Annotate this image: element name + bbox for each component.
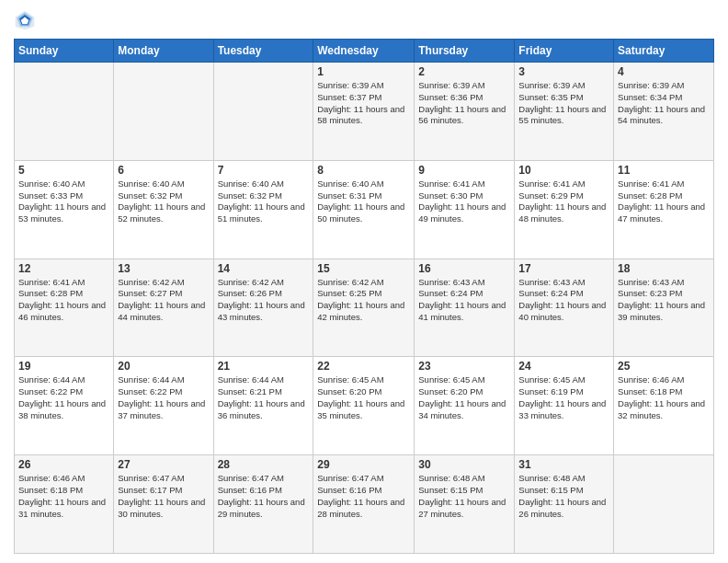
calendar-cell: 12Sunrise: 6:41 AM Sunset: 6:28 PM Dayli… [15,259,114,357]
calendar-cell [213,63,313,161]
day-number: 15 [317,262,410,275]
day-number: 2 [418,65,510,78]
day-number: 11 [618,164,710,177]
calendar-cell: 19Sunrise: 6:44 AM Sunset: 6:22 PM Dayli… [15,357,114,455]
day-info: Sunrise: 6:44 AM Sunset: 6:22 PM Dayligh… [118,374,209,421]
day-info: Sunrise: 6:41 AM Sunset: 6:30 PM Dayligh… [418,178,510,225]
day-number: 6 [118,164,209,177]
day-info: Sunrise: 6:45 AM Sunset: 6:20 PM Dayligh… [317,374,410,421]
day-info: Sunrise: 6:48 AM Sunset: 6:15 PM Dayligh… [418,473,510,520]
day-info: Sunrise: 6:47 AM Sunset: 6:16 PM Dayligh… [218,473,310,520]
day-info: Sunrise: 6:39 AM Sunset: 6:37 PM Dayligh… [317,80,410,127]
day-info: Sunrise: 6:45 AM Sunset: 6:20 PM Dayligh… [418,374,510,421]
day-info: Sunrise: 6:48 AM Sunset: 6:15 PM Dayligh… [518,473,609,520]
calendar-cell: 16Sunrise: 6:43 AM Sunset: 6:24 PM Dayli… [415,259,515,357]
day-number: 30 [418,458,510,471]
calendar-cell: 1Sunrise: 6:39 AM Sunset: 6:37 PM Daylig… [313,63,415,161]
calendar-week-row: 26Sunrise: 6:46 AM Sunset: 6:18 PM Dayli… [15,455,714,554]
calendar-cell: 4Sunrise: 6:39 AM Sunset: 6:34 PM Daylig… [614,63,714,161]
logo-icon [14,9,36,31]
day-number: 24 [518,360,609,373]
day-info: Sunrise: 6:43 AM Sunset: 6:24 PM Dayligh… [518,277,609,324]
day-number: 23 [418,360,510,373]
weekday-header: Sunday [15,40,114,63]
calendar-week-row: 19Sunrise: 6:44 AM Sunset: 6:22 PM Dayli… [15,357,714,455]
day-number: 31 [518,458,609,471]
calendar-cell: 8Sunrise: 6:40 AM Sunset: 6:31 PM Daylig… [313,160,415,259]
day-number: 21 [218,360,310,373]
day-number: 7 [218,164,310,177]
weekday-header: Tuesday [213,40,313,63]
day-info: Sunrise: 6:41 AM Sunset: 6:28 PM Dayligh… [18,277,109,324]
calendar-cell: 2Sunrise: 6:39 AM Sunset: 6:36 PM Daylig… [415,63,515,161]
day-number: 22 [317,360,410,373]
day-info: Sunrise: 6:43 AM Sunset: 6:23 PM Dayligh… [618,277,710,324]
calendar-cell: 7Sunrise: 6:40 AM Sunset: 6:32 PM Daylig… [213,160,313,259]
calendar-cell: 24Sunrise: 6:45 AM Sunset: 6:19 PM Dayli… [515,357,614,455]
day-info: Sunrise: 6:46 AM Sunset: 6:18 PM Dayligh… [618,374,710,421]
weekday-header-row: SundayMondayTuesdayWednesdayThursdayFrid… [15,40,714,63]
calendar-week-row: 12Sunrise: 6:41 AM Sunset: 6:28 PM Dayli… [15,259,714,357]
day-info: Sunrise: 6:45 AM Sunset: 6:19 PM Dayligh… [518,374,609,421]
weekday-header: Thursday [415,40,515,63]
calendar-cell: 27Sunrise: 6:47 AM Sunset: 6:17 PM Dayli… [114,455,213,554]
calendar-cell: 31Sunrise: 6:48 AM Sunset: 6:15 PM Dayli… [515,455,614,554]
day-number: 20 [118,360,209,373]
day-number: 26 [18,458,109,471]
day-info: Sunrise: 6:39 AM Sunset: 6:34 PM Dayligh… [618,80,710,127]
day-info: Sunrise: 6:39 AM Sunset: 6:35 PM Dayligh… [518,80,609,127]
day-number: 17 [518,262,609,275]
calendar-cell: 10Sunrise: 6:41 AM Sunset: 6:29 PM Dayli… [515,160,614,259]
day-number: 9 [418,164,510,177]
day-number: 13 [118,262,209,275]
day-info: Sunrise: 6:41 AM Sunset: 6:28 PM Dayligh… [618,178,710,225]
day-info: Sunrise: 6:47 AM Sunset: 6:16 PM Dayligh… [317,473,410,520]
calendar-cell: 23Sunrise: 6:45 AM Sunset: 6:20 PM Dayli… [415,357,515,455]
day-info: Sunrise: 6:44 AM Sunset: 6:22 PM Dayligh… [18,374,109,421]
calendar-cell: 21Sunrise: 6:44 AM Sunset: 6:21 PM Dayli… [213,357,313,455]
day-info: Sunrise: 6:46 AM Sunset: 6:18 PM Dayligh… [18,473,109,520]
calendar-cell: 17Sunrise: 6:43 AM Sunset: 6:24 PM Dayli… [515,259,614,357]
calendar-cell: 20Sunrise: 6:44 AM Sunset: 6:22 PM Dayli… [114,357,213,455]
day-number: 18 [618,262,710,275]
logo [14,9,40,31]
day-number: 19 [18,360,109,373]
calendar-cell: 15Sunrise: 6:42 AM Sunset: 6:25 PM Dayli… [313,259,415,357]
weekday-header: Monday [114,40,213,63]
calendar-cell: 5Sunrise: 6:40 AM Sunset: 6:33 PM Daylig… [15,160,114,259]
header [14,9,714,31]
day-info: Sunrise: 6:44 AM Sunset: 6:21 PM Dayligh… [218,374,310,421]
day-number: 25 [618,360,710,373]
weekday-header: Saturday [614,40,714,63]
weekday-header: Friday [515,40,614,63]
calendar-cell: 25Sunrise: 6:46 AM Sunset: 6:18 PM Dayli… [614,357,714,455]
day-info: Sunrise: 6:42 AM Sunset: 6:26 PM Dayligh… [218,277,310,324]
day-number: 29 [317,458,410,471]
day-info: Sunrise: 6:40 AM Sunset: 6:33 PM Dayligh… [18,178,109,225]
calendar-cell: 11Sunrise: 6:41 AM Sunset: 6:28 PM Dayli… [614,160,714,259]
calendar-cell: 13Sunrise: 6:42 AM Sunset: 6:27 PM Dayli… [114,259,213,357]
day-info: Sunrise: 6:40 AM Sunset: 6:31 PM Dayligh… [317,178,410,225]
calendar-cell [114,63,213,161]
day-info: Sunrise: 6:40 AM Sunset: 6:32 PM Dayligh… [118,178,209,225]
day-number: 16 [418,262,510,275]
day-number: 10 [518,164,609,177]
day-number: 8 [317,164,410,177]
day-info: Sunrise: 6:42 AM Sunset: 6:25 PM Dayligh… [317,277,410,324]
calendar-week-row: 5Sunrise: 6:40 AM Sunset: 6:33 PM Daylig… [15,160,714,259]
weekday-header: Wednesday [313,40,415,63]
day-info: Sunrise: 6:47 AM Sunset: 6:17 PM Dayligh… [118,473,209,520]
day-number: 12 [18,262,109,275]
calendar-cell: 29Sunrise: 6:47 AM Sunset: 6:16 PM Dayli… [313,455,415,554]
calendar-cell: 26Sunrise: 6:46 AM Sunset: 6:18 PM Dayli… [15,455,114,554]
calendar-table: SundayMondayTuesdayWednesdayThursdayFrid… [14,39,714,554]
day-number: 1 [317,65,410,78]
calendar-cell: 30Sunrise: 6:48 AM Sunset: 6:15 PM Dayli… [415,455,515,554]
calendar-cell: 9Sunrise: 6:41 AM Sunset: 6:30 PM Daylig… [415,160,515,259]
calendar-cell [15,63,114,161]
day-info: Sunrise: 6:42 AM Sunset: 6:27 PM Dayligh… [118,277,209,324]
calendar-cell: 22Sunrise: 6:45 AM Sunset: 6:20 PM Dayli… [313,357,415,455]
calendar-week-row: 1Sunrise: 6:39 AM Sunset: 6:37 PM Daylig… [15,63,714,161]
page: SundayMondayTuesdayWednesdayThursdayFrid… [0,0,728,563]
day-number: 4 [618,65,710,78]
